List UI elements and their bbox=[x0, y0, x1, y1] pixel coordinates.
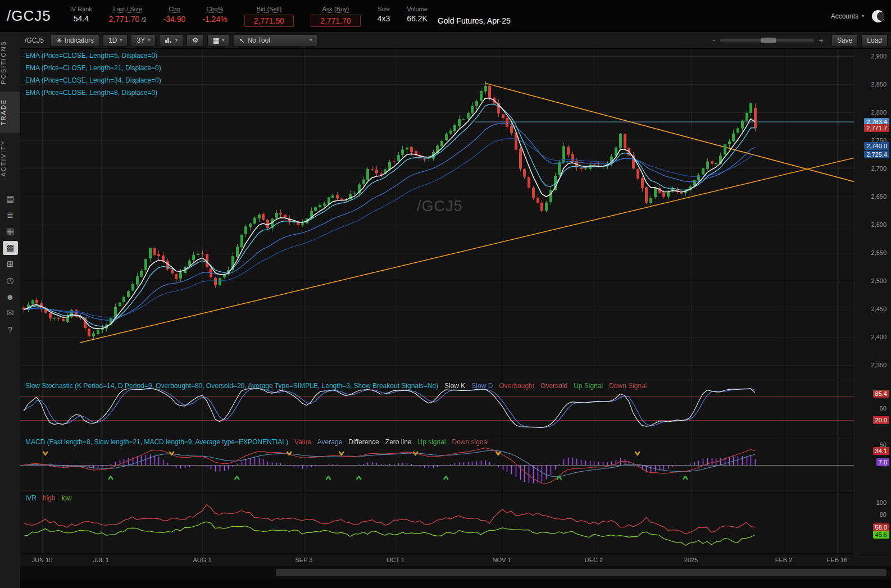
dashboard-icon[interactable]: ⊞ bbox=[3, 257, 18, 271]
community-icon[interactable]: ☻ bbox=[3, 290, 18, 304]
axis-bubble: 85.4 bbox=[873, 390, 889, 398]
zoom-out-button[interactable]: - bbox=[712, 35, 715, 45]
axis-tick: 2,850 bbox=[871, 81, 887, 88]
axis-tick: 2,350 bbox=[871, 362, 887, 368]
settings-button[interactable]: ⚙ bbox=[187, 34, 204, 47]
timeframe-dropdown[interactable]: 1D ▾ bbox=[103, 34, 128, 47]
axis-tick: 2,600 bbox=[871, 221, 887, 228]
axis-tick: 2,550 bbox=[871, 249, 887, 256]
chart-type-dropdown[interactable]: ▾ bbox=[159, 34, 183, 47]
calendar-icon[interactable]: ▦ bbox=[3, 225, 18, 239]
axis-tick: 100 bbox=[876, 499, 887, 506]
ivr-axis[interactable]: 1008058.045.6 bbox=[854, 493, 891, 554]
price-axis[interactable]: 2,9002,8502,8002,7502,7002,6502,6002,550… bbox=[854, 49, 891, 380]
price-chart-panel: /GCJ5 EMA (Price=CLOSE, Length=5, Displa… bbox=[20, 49, 891, 380]
save-button[interactable]: Save bbox=[831, 34, 858, 47]
time-axis-label: NOV 1 bbox=[492, 557, 511, 563]
scrollbar-handle[interactable] bbox=[276, 569, 887, 576]
indicators-label: Indicators bbox=[65, 37, 94, 44]
stat-bid: Bid (Sell)2,771.50 bbox=[244, 6, 294, 27]
sidebar-tab-trade[interactable]: TRADE bbox=[0, 92, 20, 133]
tool-value: No Tool bbox=[247, 37, 270, 44]
stat-label: Ask (Buy) bbox=[322, 6, 349, 13]
stat-value: 4x3 bbox=[378, 14, 390, 23]
time-axis-label: JUL 1 bbox=[93, 557, 109, 563]
stat-size: Size4x3 bbox=[378, 6, 390, 23]
stat-label: Bid (Sell) bbox=[257, 6, 282, 13]
time-axis-label: FEB 2 bbox=[775, 557, 793, 563]
body: POSITIONSTRADEACTIVITY▤≣▦▩⊞◷☻✉? /GCJ5 ✳ … bbox=[0, 32, 891, 588]
chevron-down-icon: ▾ bbox=[120, 38, 122, 43]
stat-label: Size bbox=[378, 6, 389, 12]
macd-canvas[interactable] bbox=[20, 436, 854, 493]
stat-value: 66.2K bbox=[407, 14, 428, 23]
charts-icon[interactable]: ▩ bbox=[3, 241, 18, 255]
axis-bubble: 2,740.0 bbox=[864, 142, 889, 150]
chart-toolbar: /GCJ5 ✳ Indicators 1D ▾ 3Y ▾ ▾ bbox=[20, 32, 891, 49]
bar-chart-icon bbox=[165, 37, 172, 44]
accounts-label: Accounts bbox=[831, 12, 858, 20]
time-axis[interactable]: JUN 10JUL 1AUG 1SEP 3OCT 1NOV 1DEC 22025… bbox=[20, 554, 891, 566]
stochastic-canvas[interactable] bbox=[20, 380, 854, 436]
stat-value[interactable]: 2,771.50 bbox=[244, 15, 294, 27]
axis-tick: 2,450 bbox=[871, 306, 887, 312]
stat-label: IV Rank bbox=[70, 6, 92, 12]
chevron-down-icon: ▾ bbox=[175, 38, 178, 43]
stat-chg: Chg-34.90 bbox=[163, 6, 186, 24]
stat-value: -34.90 bbox=[163, 15, 186, 24]
time-axis-label: OCT 1 bbox=[387, 557, 404, 563]
stat-label: Chg bbox=[169, 6, 180, 13]
ivr-canvas[interactable] bbox=[20, 493, 854, 554]
axis-tick: 50 bbox=[880, 405, 887, 412]
app-logo-icon bbox=[872, 10, 884, 22]
macd-axis[interactable]: 50034.17.0 bbox=[854, 436, 891, 493]
accounts-dropdown[interactable]: Accounts ▾ bbox=[831, 12, 864, 20]
axis-bubble: 7.0 bbox=[876, 458, 889, 466]
messages-icon[interactable]: ✉ bbox=[3, 306, 18, 320]
chart-workspace: /GCJ5 ✳ Indicators 1D ▾ 3Y ▾ ▾ bbox=[20, 32, 891, 588]
ivr-panel: IVRhighlow 1008058.045.6 bbox=[20, 493, 891, 554]
chevron-down-icon: ▾ bbox=[148, 38, 150, 43]
zoom-slider[interactable] bbox=[720, 39, 814, 42]
stochastic-axis[interactable]: 5085.420.0 bbox=[854, 380, 891, 436]
range-dropdown[interactable]: 3Y ▾ bbox=[131, 34, 156, 47]
load-button[interactable]: Load bbox=[861, 34, 888, 47]
header: /GCJ5 IV Rank54.4Last / Size2,771.70 /2C… bbox=[0, 0, 891, 32]
indicators-button[interactable]: ✳ Indicators bbox=[51, 34, 99, 47]
stat-value: 54.4 bbox=[74, 14, 89, 23]
cursor-icon: ↖ bbox=[239, 37, 244, 44]
range-value: 3Y bbox=[137, 37, 145, 44]
macd-panel: MACD (Fast length=8, Slow length=21, MAC… bbox=[20, 436, 891, 493]
grid-layout-dropdown[interactable]: ▦ ▾ bbox=[207, 34, 230, 47]
news-icon[interactable]: ▤ bbox=[3, 192, 18, 206]
axis-bubble: 34.1 bbox=[873, 447, 889, 455]
stat-volume: Volume66.2K bbox=[407, 6, 428, 23]
axis-bubble: 58.0 bbox=[873, 523, 889, 531]
stat-chg-pct: Chg%-1.24% bbox=[202, 6, 227, 24]
grid-icon: ▦ bbox=[213, 37, 219, 44]
axis-tick: 80 bbox=[880, 511, 887, 518]
help-icon[interactable]: ? bbox=[3, 322, 18, 336]
stat-last-size: Last / Size2,771.70 /2 bbox=[109, 6, 147, 24]
history-icon[interactable]: ◷ bbox=[3, 274, 18, 288]
zoom-in-button[interactable]: + bbox=[819, 35, 824, 45]
sidebar-tab-activity[interactable]: ACTIVITY bbox=[0, 133, 20, 184]
timeframe-value: 1D bbox=[108, 37, 117, 44]
gear-icon: ⚙ bbox=[192, 37, 198, 44]
zoom-control: - + bbox=[712, 35, 824, 45]
stat-label: Chg% bbox=[206, 6, 223, 13]
stat-label: Volume bbox=[407, 6, 428, 12]
drawing-tool-dropdown[interactable]: ↖ No Tool ▾ bbox=[233, 34, 317, 47]
time-axis-label: JUN 10 bbox=[32, 557, 53, 563]
sidebar-tab-positions[interactable]: POSITIONS bbox=[0, 33, 20, 92]
chart-scrollbar[interactable] bbox=[20, 566, 891, 580]
stat-ask: Ask (Buy)2,771.70 bbox=[311, 6, 361, 27]
stat-value[interactable]: 2,771.70 bbox=[311, 15, 361, 27]
stat-value: 2,771.70 /2 bbox=[109, 15, 147, 24]
axis-tick: 2,400 bbox=[871, 334, 887, 340]
zoom-slider-handle[interactable] bbox=[761, 38, 776, 43]
price-chart-canvas[interactable] bbox=[20, 49, 854, 380]
axis-bubble: 45.6 bbox=[873, 531, 889, 539]
watchlist-icon[interactable]: ≣ bbox=[3, 208, 18, 222]
time-axis-label: SEP 3 bbox=[296, 557, 313, 563]
